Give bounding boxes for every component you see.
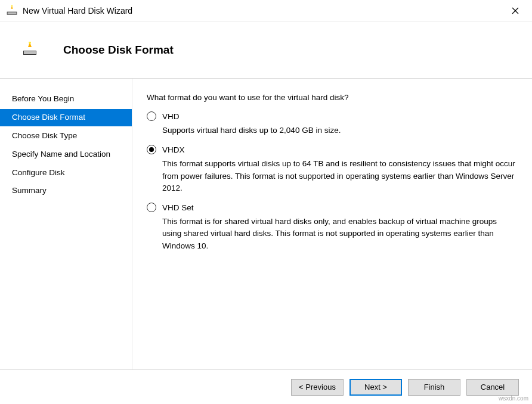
svg-rect-6 [24, 51, 36, 54]
wizard-header: Choose Disk Format [0, 21, 532, 79]
sidebar-item-configure-disk[interactable]: Configure Disk [0, 164, 132, 182]
titlebar: New Virtual Hard Disk Wizard [0, 0, 532, 21]
previous-button[interactable]: < Previous [291, 379, 344, 396]
watermark: wsxdn.com [499, 395, 528, 402]
close-button[interactable] [503, 2, 527, 20]
option-vhdset-row[interactable]: VHD Set [147, 203, 515, 212]
wizard-sidebar: Before You Begin Choose Disk Format Choo… [0, 79, 132, 369]
option-vhdset: VHD Set This format is for shared virtua… [147, 203, 515, 252]
cancel-button[interactable]: Cancel [466, 379, 519, 396]
sidebar-item-choose-disk-type[interactable]: Choose Disk Type [0, 128, 132, 145]
sidebar-item-before-you-begin[interactable]: Before You Begin [0, 91, 132, 108]
svg-point-2 [11, 5, 13, 7]
wizard-icon [6, 5, 18, 17]
sidebar-item-choose-disk-format[interactable]: Choose Disk Format [0, 109, 132, 126]
option-vhdset-label: VHD Set [162, 203, 194, 212]
close-icon [512, 7, 519, 14]
option-vhdx-label: VHDX [162, 145, 185, 154]
wizard-main: What format do you want to use for the v… [132, 79, 532, 369]
radio-vhdx[interactable] [147, 145, 156, 154]
option-vhdset-description: This format is for shared virtual hard d… [162, 216, 515, 252]
wizard-footer: < Previous Next > Finish Cancel [0, 369, 532, 404]
next-button[interactable]: Next > [349, 379, 402, 396]
radio-vhdset[interactable] [147, 203, 156, 212]
window-title: New Virtual Hard Disk Wizard [23, 6, 503, 15]
option-vhd-description: Supports virtual hard disks up to 2,040 … [162, 125, 515, 136]
sidebar-item-specify-name-location[interactable]: Specify Name and Location [0, 146, 132, 163]
option-vhdx: VHDX This format supports virtual disks … [147, 145, 515, 194]
page-title: Choose Disk Format [63, 43, 174, 57]
sidebar-item-summary[interactable]: Summary [0, 182, 132, 200]
option-vhd: VHD Supports virtual hard disks up to 2,… [147, 111, 515, 136]
svg-point-7 [29, 42, 31, 44]
finish-button[interactable]: Finish [408, 379, 460, 396]
option-vhdx-description: This format supports virtual disks up to… [162, 158, 515, 194]
wizard-body: Before You Begin Choose Disk Format Choo… [0, 79, 532, 369]
option-vhd-label: VHD [162, 112, 180, 121]
wizard-header-icon [23, 42, 37, 56]
radio-vhd[interactable] [147, 111, 156, 121]
format-prompt: What format do you want to use for the v… [147, 93, 515, 102]
option-vhd-row[interactable]: VHD [147, 111, 515, 121]
svg-rect-1 [8, 12, 17, 14]
option-vhdx-row[interactable]: VHDX [147, 145, 515, 154]
